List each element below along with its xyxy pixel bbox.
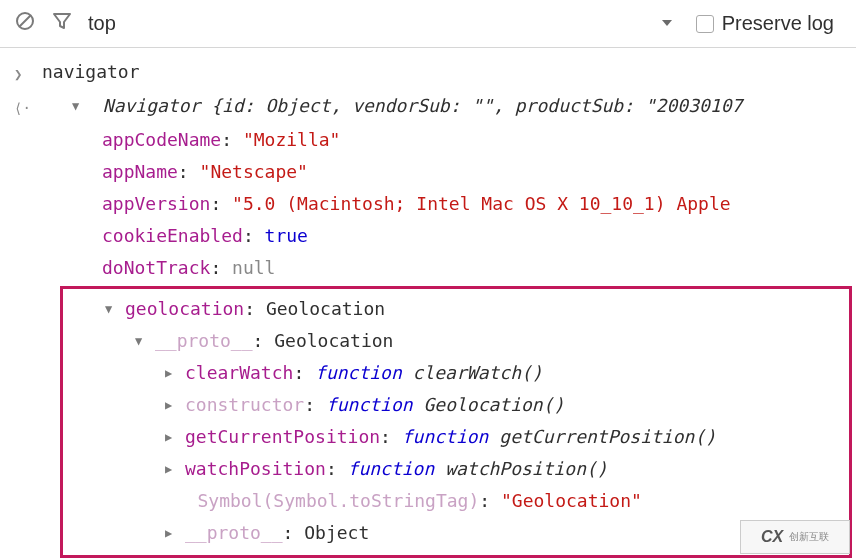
property-row[interactable]: appVersion: "5.0 (Macintosh; Intel Mac O… [0,188,856,220]
proto-row[interactable]: __proto__: Object [63,517,849,549]
preserve-log-label: Preserve log [722,12,834,35]
context-label: top [88,12,116,35]
method-row[interactable]: getCurrentPosition: function getCurrentP… [63,421,849,453]
object-type: Navigator [103,95,201,116]
expand-toggle-icon[interactable] [105,293,119,325]
expand-toggle-icon[interactable] [165,389,179,421]
property-row[interactable]: appName: "Netscape" [0,156,856,188]
input-expression: navigator [42,56,140,88]
property-row[interactable]: cookieEnabled: true [0,220,856,252]
clear-console-icon[interactable] [14,10,36,37]
geolocation-header-row[interactable]: geolocation: Geolocation [63,293,849,325]
watermark-logo-icon: CX [761,528,783,546]
input-prompt-icon: ❯ [14,56,42,90]
filter-icon[interactable] [52,11,72,36]
console-input-line[interactable]: ❯ navigator [0,56,856,90]
expand-toggle-icon[interactable] [165,357,179,389]
method-row[interactable]: clearWatch: function clearWatch() [63,357,849,389]
method-row[interactable]: constructor: function Geolocation() [63,389,849,421]
symbol-row[interactable]: Symbol(Symbol.toStringTag): "Geolocation… [63,485,849,517]
chevron-down-icon [660,12,674,35]
method-row[interactable]: watchPosition: function watchPosition() [63,453,849,485]
property-row[interactable]: doNotTrack: null [0,252,856,284]
watermark: CX 创新互联 [740,520,850,554]
checkbox-icon[interactable] [696,15,714,33]
output-indicator-icon: ⟨· [14,90,42,124]
svg-line-1 [20,16,31,27]
watermark-text: 创新互联 [789,530,829,544]
console-toolbar: top Preserve log [0,0,856,48]
expand-toggle-icon[interactable] [165,517,179,549]
expand-toggle-icon[interactable] [135,325,149,357]
expand-toggle-icon[interactable] [72,90,86,122]
expand-toggle-icon[interactable] [165,421,179,453]
property-row[interactable]: appCodeName: "Mozilla" [0,124,856,156]
context-selector[interactable]: top [88,12,680,35]
proto-row[interactable]: __proto__: Geolocation [63,325,849,357]
navigator-header-row[interactable]: ⟨· Navigator {id: Object, vendorSub: "",… [0,90,856,124]
console-output: ❯ navigator ⟨· Navigator {id: Object, ve… [0,48,856,558]
preserve-log-toggle[interactable]: Preserve log [696,12,842,35]
expand-toggle-icon[interactable] [165,453,179,485]
highlighted-region: geolocation: Geolocation __proto__: Geol… [60,286,852,558]
